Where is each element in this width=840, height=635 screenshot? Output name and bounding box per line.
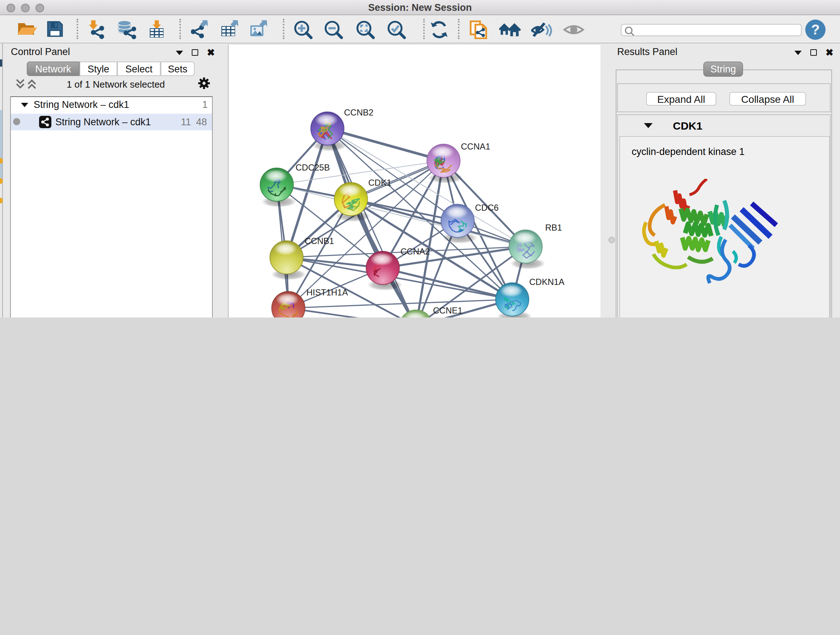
svg-text:CCNB2: CCNB2	[344, 108, 373, 117]
svg-text:CDK1: CDK1	[368, 178, 392, 187]
svg-text:CDC25B: CDC25B	[295, 163, 330, 172]
svg-text:CCNA2: CCNA2	[401, 247, 430, 256]
svg-text:CCNE1: CCNE1	[433, 306, 462, 315]
svg-text:CCNA1: CCNA1	[461, 141, 490, 151]
svg-text:CCNB1: CCNB1	[305, 236, 334, 246]
svg-text:?: ?	[811, 22, 819, 37]
svg-text:CDKN1A: CDKN1A	[529, 277, 564, 287]
svg-text:RB1: RB1	[545, 223, 562, 233]
svg-text:CDC6: CDC6	[475, 203, 499, 212]
svg-text:HIST1H1A: HIST1H1A	[306, 287, 348, 297]
